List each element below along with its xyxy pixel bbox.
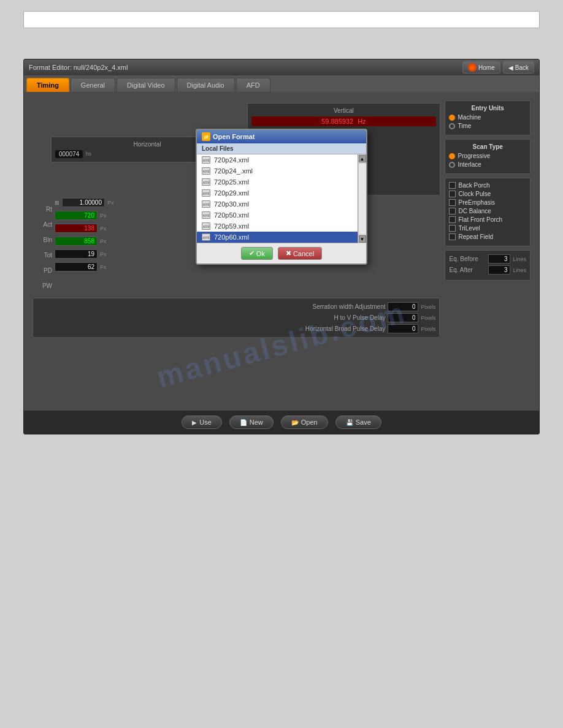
tab-digital-video[interactable]: Digital Video [117, 78, 175, 92]
file-icon-5: xml [202, 211, 210, 219]
back-arrow-icon: ◀ [508, 64, 513, 71]
home-button[interactable]: Home [462, 61, 500, 74]
file-item-5[interactable]: xml 720p50.xml [197, 210, 358, 221]
home-label: Home [478, 64, 495, 71]
file-item-7[interactable]: xml 720p60.xml [197, 232, 358, 243]
tabs-bar: Timing General Digital Video Digital Aud… [24, 75, 539, 92]
scroll-down-btn[interactable]: ▼ [359, 235, 366, 243]
file-icon-6: xml [202, 222, 210, 230]
home-icon [468, 63, 477, 72]
ok-icon: ✔ [249, 249, 255, 257]
tab-afd[interactable]: AFD [236, 78, 270, 92]
tab-timing[interactable]: Timing [26, 78, 69, 92]
dialog-buttons: ✔ Ok ✖ Cancel [197, 243, 366, 264]
scroll-up-btn[interactable]: ▲ [359, 155, 366, 162]
dialog-overlay: 📁 Open Format Local Files xml 720p24.xml… [24, 92, 539, 411]
dialog-scrollbar[interactable]: ▲ ▼ [358, 154, 366, 243]
main-window: Format Editor: null/240p2x_4.xml Home ◀ … [23, 59, 540, 434]
title-bar: Format Editor: null/240p2x_4.xml Home ◀ … [24, 59, 539, 75]
window-title: Format Editor: null/240p2x_4.xml [29, 64, 128, 71]
dialog-section-header: Local Files [197, 143, 366, 154]
save-label: Save [356, 419, 371, 426]
back-button[interactable]: ◀ Back [503, 61, 534, 74]
new-label: New [250, 419, 263, 426]
ok-button[interactable]: ✔ Ok [241, 247, 273, 260]
file-icon-7: xml [202, 233, 210, 241]
file-icon-2: xml [202, 178, 210, 186]
dialog-file-list: xml 720p24.xml xml 720p24_.xml xml 720p2… [197, 154, 358, 243]
file-item-4[interactable]: xml 720p30.xml [197, 199, 358, 210]
ok-label: Ok [256, 250, 265, 257]
cancel-icon: ✖ [286, 249, 291, 257]
open-format-dialog: 📁 Open Format Local Files xml 720p24.xml… [196, 129, 367, 265]
save-icon: 💾 [346, 419, 353, 426]
file-item-1[interactable]: xml 720p24_.xml [197, 165, 358, 176]
use-button[interactable]: ▶ Use [182, 415, 222, 429]
address-bar[interactable] [23, 11, 540, 28]
back-label: Back [515, 64, 529, 71]
open-label: Open [301, 419, 318, 426]
file-item-0[interactable]: xml 720p24.xml [197, 154, 358, 165]
cancel-label: Cancel [293, 250, 314, 257]
dialog-title: Open Format [213, 133, 255, 140]
tab-digital-audio[interactable]: Digital Audio [177, 78, 235, 92]
title-bar-buttons: Home ◀ Back [462, 61, 534, 74]
open-icon: 📂 [291, 419, 299, 426]
file-icon-0: xml [202, 156, 210, 164]
dialog-title-icon: 📁 [202, 132, 210, 141]
save-button[interactable]: 💾 Save [335, 415, 381, 429]
new-icon: 📄 [240, 419, 247, 426]
tab-general[interactable]: General [71, 78, 115, 92]
file-icon-1: xml [202, 167, 210, 175]
file-icon-3: xml [202, 189, 210, 197]
file-icon-4: xml [202, 200, 210, 208]
use-icon: ▶ [192, 419, 197, 426]
bottom-toolbar: ▶ Use 📄 New 📂 Open 💾 Save [24, 411, 539, 434]
open-button[interactable]: 📂 Open [281, 415, 328, 429]
cancel-button[interactable]: ✖ Cancel [278, 247, 322, 260]
content-area: Horizontal 000074 hs Vertical 59.885932 … [24, 92, 539, 411]
file-item-2[interactable]: xml 720p25.xml [197, 176, 358, 188]
file-item-6[interactable]: xml 720p59.xml [197, 221, 358, 232]
use-label: Use [199, 419, 212, 426]
new-button[interactable]: 📄 New [229, 415, 274, 429]
file-item-3[interactable]: xml 720p29.xml [197, 188, 358, 199]
dialog-titlebar: 📁 Open Format [197, 130, 366, 143]
